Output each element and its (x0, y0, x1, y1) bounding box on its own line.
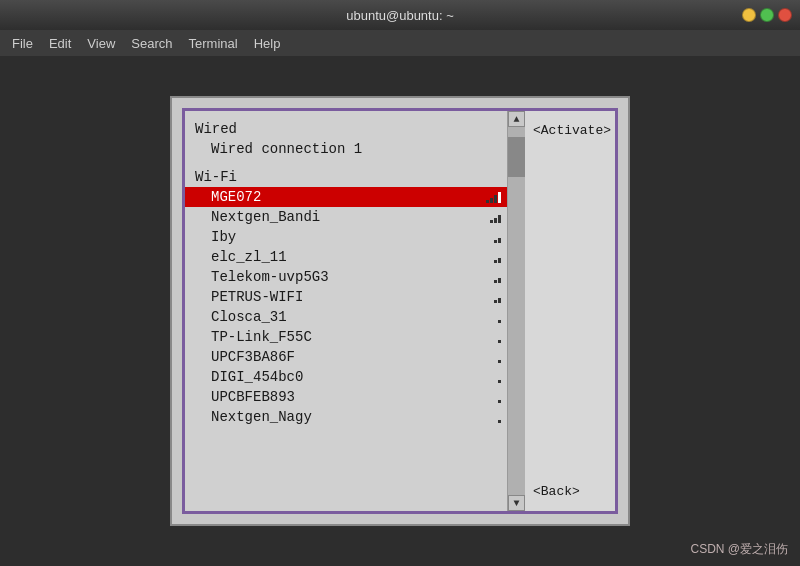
terminal-body: Wired Wired connection 1 Wi-Fi MGE072 (0, 56, 800, 566)
network-item-digi-454bc0[interactable]: DIGI_454bc0 (195, 367, 507, 387)
network-item-telekom-uvp5g3[interactable]: Telekom-uvp5G3 (195, 267, 507, 287)
signal-bars (494, 251, 501, 263)
close-button[interactable] (778, 8, 792, 22)
network-name: Telekom-uvp5G3 (211, 269, 329, 285)
network-list-panel: Wired Wired connection 1 Wi-Fi MGE072 (185, 111, 507, 511)
signal-bars (494, 291, 501, 303)
menu-search[interactable]: Search (123, 34, 180, 53)
signal-bar-2 (498, 258, 501, 263)
dialog-inner: Wired Wired connection 1 Wi-Fi MGE072 (182, 108, 618, 514)
menu-bar: File Edit View Search Terminal Help (0, 30, 800, 56)
maximize-button[interactable] (760, 8, 774, 22)
signal-bar-2 (494, 218, 497, 223)
signal-bar-1 (498, 340, 501, 343)
signal-bars (498, 411, 501, 423)
network-name: UPCF3BA86F (211, 349, 295, 365)
network-item-tp-link-f55c[interactable]: TP-Link_F55C (195, 327, 507, 347)
minimize-button[interactable] (742, 8, 756, 22)
scroll-up-arrow[interactable]: ▲ (508, 111, 525, 127)
window-controls (742, 8, 792, 22)
menu-view[interactable]: View (79, 34, 123, 53)
signal-bars (494, 231, 501, 243)
signal-bars (498, 371, 501, 383)
signal-bar-1 (494, 280, 497, 283)
signal-bar-1 (486, 200, 489, 203)
network-name: Iby (211, 229, 236, 245)
network-name: DIGI_454bc0 (211, 369, 303, 385)
network-item-nextgen-bandi[interactable]: Nextgen_Bandi (195, 207, 507, 227)
network-item-mge072[interactable]: MGE072 (185, 187, 507, 207)
signal-bar-2 (498, 278, 501, 283)
scrollbar[interactable]: ▲ ▼ (507, 111, 525, 511)
signal-bars (494, 271, 501, 283)
signal-bars (498, 351, 501, 363)
section-header-wifi: Wi-Fi (195, 167, 507, 187)
network-item-iby[interactable]: Iby (195, 227, 507, 247)
network-item-petrus-wifi[interactable]: PETRUS-WIFI (195, 287, 507, 307)
signal-bar-3 (498, 215, 501, 223)
signal-bars (498, 391, 501, 403)
network-item-wired-connection-1[interactable]: Wired connection 1 (195, 139, 507, 159)
side-buttons: <Activate> <Back> (525, 111, 615, 511)
signal-bar-1 (498, 420, 501, 423)
menu-file[interactable]: File (4, 34, 41, 53)
signal-bar-1 (498, 380, 501, 383)
network-item-upcf3ba86f[interactable]: UPCF3BA86F (195, 347, 507, 367)
signal-bar-1 (494, 300, 497, 303)
network-item-elc-zl-11[interactable]: elc_zl_11 (195, 247, 507, 267)
network-dialog: Wired Wired connection 1 Wi-Fi MGE072 (170, 96, 630, 526)
signal-bar-3 (494, 195, 497, 203)
section-header-wired: Wired (195, 119, 507, 139)
signal-bar-1 (490, 220, 493, 223)
signal-bar-2 (498, 238, 501, 243)
signal-bar-4 (498, 192, 501, 203)
title-bar: ubuntu@ubuntu: ~ (0, 0, 800, 30)
watermark: CSDN @爱之泪伤 (690, 541, 788, 558)
signal-bar-1 (494, 260, 497, 263)
menu-help[interactable]: Help (246, 34, 289, 53)
back-button[interactable]: <Back> (533, 480, 607, 503)
signal-bar-1 (494, 240, 497, 243)
network-name: UPCBFEB893 (211, 389, 295, 405)
network-item-nextgen-nagy[interactable]: Nextgen_Nagy (195, 407, 507, 427)
signal-bars (498, 311, 501, 323)
network-item-upcbfeb893[interactable]: UPCBFEB893 (195, 387, 507, 407)
menu-edit[interactable]: Edit (41, 34, 79, 53)
network-name: Nextgen_Nagy (211, 409, 312, 425)
signal-bar-1 (498, 400, 501, 403)
menu-terminal[interactable]: Terminal (181, 34, 246, 53)
signal-bars (490, 211, 501, 223)
signal-bars (498, 331, 501, 343)
network-name: Nextgen_Bandi (211, 209, 320, 225)
network-list-content: Wired Wired connection 1 Wi-Fi MGE072 (185, 111, 507, 435)
activate-button[interactable]: <Activate> (533, 119, 607, 142)
signal-bars (486, 191, 501, 203)
network-name: Closca_31 (211, 309, 287, 325)
scroll-track (508, 127, 525, 495)
scroll-thumb[interactable] (508, 137, 525, 177)
network-name: PETRUS-WIFI (211, 289, 303, 305)
network-name: Wired connection 1 (211, 141, 362, 157)
signal-bar-2 (498, 298, 501, 303)
scroll-down-arrow[interactable]: ▼ (508, 495, 525, 511)
network-name: elc_zl_11 (211, 249, 287, 265)
network-name: TP-Link_F55C (211, 329, 312, 345)
window-title: ubuntu@ubuntu: ~ (346, 8, 454, 23)
signal-bar-1 (498, 320, 501, 323)
network-item-closca-31[interactable]: Closca_31 (195, 307, 507, 327)
network-name: MGE072 (211, 189, 261, 205)
signal-bar-1 (498, 360, 501, 363)
signal-bar-2 (490, 198, 493, 203)
